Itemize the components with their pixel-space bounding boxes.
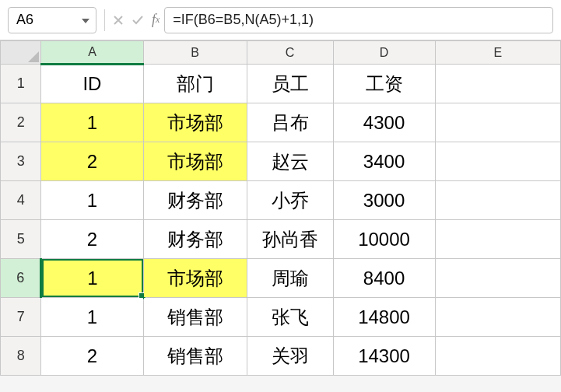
chevron-down-icon[interactable] bbox=[79, 15, 96, 26]
cell-value: 2 bbox=[41, 151, 142, 173]
cell-value: 2 bbox=[41, 345, 142, 367]
cell-value: 员工 bbox=[247, 72, 333, 96]
cell-value: 3400 bbox=[334, 151, 435, 173]
table-row: 71销售部张飞14800 bbox=[1, 298, 561, 337]
cell-D8[interactable]: 14300 bbox=[333, 337, 435, 376]
cell-value: 1 bbox=[42, 268, 142, 289]
cell-value: 部门 bbox=[144, 72, 247, 96]
cell-value: 市场部 bbox=[144, 110, 247, 135]
cell-C5[interactable]: 孙尚香 bbox=[247, 220, 333, 259]
select-all-corner[interactable] bbox=[1, 41, 41, 65]
cell-C4[interactable]: 小乔 bbox=[247, 181, 333, 220]
cell-value: ID bbox=[41, 73, 142, 95]
cell-C7[interactable]: 张飞 bbox=[247, 298, 333, 337]
formula-buttons: fx bbox=[113, 12, 160, 28]
cell-A2[interactable]: 1 bbox=[41, 103, 143, 142]
cell-D2[interactable]: 4300 bbox=[333, 103, 435, 142]
row-header-4[interactable]: 4 bbox=[1, 181, 41, 220]
cell-D7[interactable]: 14800 bbox=[333, 298, 435, 337]
cell-value: 2 bbox=[41, 229, 142, 250]
cell-B4[interactable]: 财务部 bbox=[143, 181, 247, 220]
cell-E6[interactable] bbox=[435, 259, 560, 298]
row-header-1[interactable]: 1 bbox=[1, 65, 41, 103]
cell-A7[interactable]: 1 bbox=[41, 298, 143, 337]
table-row: 61市场部周瑜8400 bbox=[1, 259, 561, 298]
cell-value: 财务部 bbox=[144, 227, 247, 252]
cell-E7[interactable] bbox=[435, 298, 560, 337]
cancel-icon[interactable] bbox=[113, 15, 124, 26]
row-header-7[interactable]: 7 bbox=[1, 298, 41, 337]
cell-A1[interactable]: ID bbox=[41, 65, 143, 103]
cell-A5[interactable]: 2 bbox=[41, 220, 143, 259]
col-header-D[interactable]: D bbox=[333, 41, 435, 65]
cell-value: 1 bbox=[41, 112, 142, 134]
cell-value: 销售部 bbox=[144, 305, 247, 330]
cell-value: 吕布 bbox=[247, 110, 333, 135]
cell-value: 14800 bbox=[334, 306, 435, 328]
cell-value: 1 bbox=[41, 190, 142, 212]
spreadsheet-grid: A B C D E 1ID部门员工工资21市场部吕布430032市场部赵云340… bbox=[0, 40, 561, 376]
cell-A4[interactable]: 1 bbox=[41, 181, 143, 220]
cell-A3[interactable]: 2 bbox=[41, 142, 143, 181]
cell-E4[interactable] bbox=[435, 181, 560, 220]
cell-C3[interactable]: 赵云 bbox=[247, 142, 333, 181]
cell-E2[interactable] bbox=[435, 103, 560, 142]
table-row: 41财务部小乔3000 bbox=[1, 181, 561, 220]
cell-A8[interactable]: 2 bbox=[41, 337, 143, 376]
row-header-2[interactable]: 2 bbox=[1, 103, 41, 142]
col-header-B[interactable]: B bbox=[143, 41, 247, 65]
cell-value: 赵云 bbox=[247, 149, 333, 174]
row-header-6[interactable]: 6 bbox=[1, 259, 41, 298]
col-header-C[interactable]: C bbox=[247, 41, 333, 65]
separator bbox=[104, 9, 105, 31]
row-header-8[interactable]: 8 bbox=[1, 337, 41, 376]
cell-value: 1 bbox=[41, 306, 142, 328]
table-row: 1ID部门员工工资 bbox=[1, 65, 561, 103]
cell-value: 销售部 bbox=[144, 344, 247, 369]
cell-B1[interactable]: 部门 bbox=[143, 65, 247, 103]
cell-D5[interactable]: 10000 bbox=[333, 220, 435, 259]
cell-value: 工资 bbox=[334, 72, 435, 96]
table-row: 32市场部赵云3400 bbox=[1, 142, 561, 181]
cell-C6[interactable]: 周瑜 bbox=[247, 259, 333, 298]
cell-value: 14300 bbox=[334, 345, 435, 367]
cell-B6[interactable]: 市场部 bbox=[143, 259, 247, 298]
table-row: 52财务部孙尚香10000 bbox=[1, 220, 561, 259]
cell-B7[interactable]: 销售部 bbox=[143, 298, 247, 337]
cell-value: 周瑜 bbox=[247, 266, 333, 291]
cell-C2[interactable]: 吕布 bbox=[247, 103, 333, 142]
cell-A6[interactable]: 1 bbox=[41, 259, 143, 298]
name-box[interactable] bbox=[9, 9, 79, 31]
row-header-5[interactable]: 5 bbox=[1, 220, 41, 259]
cell-D1[interactable]: 工资 bbox=[333, 65, 435, 103]
cell-value: 关羽 bbox=[247, 344, 333, 369]
confirm-icon[interactable] bbox=[131, 15, 144, 26]
cell-value: 孙尚香 bbox=[247, 227, 333, 252]
cell-value: 小乔 bbox=[247, 188, 333, 213]
grid-table: A B C D E 1ID部门员工工资21市场部吕布430032市场部赵云340… bbox=[0, 40, 561, 376]
cell-B3[interactable]: 市场部 bbox=[143, 142, 247, 181]
cell-value: 市场部 bbox=[144, 266, 247, 291]
cell-D3[interactable]: 3400 bbox=[333, 142, 435, 181]
formula-bar-row: fx bbox=[0, 0, 561, 40]
cell-C1[interactable]: 员工 bbox=[247, 65, 333, 103]
cell-B5[interactable]: 财务部 bbox=[143, 220, 247, 259]
cell-value: 3000 bbox=[334, 190, 435, 212]
fx-icon[interactable]: fx bbox=[152, 12, 160, 28]
cell-E3[interactable] bbox=[435, 142, 560, 181]
cell-E8[interactable] bbox=[435, 337, 560, 376]
row-header-3[interactable]: 3 bbox=[1, 142, 41, 181]
cell-D4[interactable]: 3000 bbox=[333, 181, 435, 220]
name-box-container bbox=[8, 7, 96, 33]
cell-D6[interactable]: 8400 bbox=[333, 259, 435, 298]
cell-B8[interactable]: 销售部 bbox=[143, 337, 247, 376]
cell-value: 财务部 bbox=[144, 188, 247, 213]
cell-C8[interactable]: 关羽 bbox=[247, 337, 333, 376]
formula-input[interactable] bbox=[164, 7, 553, 33]
cell-E5[interactable] bbox=[435, 220, 560, 259]
col-header-A[interactable]: A bbox=[41, 41, 143, 65]
cell-value: 张飞 bbox=[247, 305, 333, 330]
cell-E1[interactable] bbox=[435, 65, 560, 103]
col-header-E[interactable]: E bbox=[435, 41, 560, 65]
cell-B2[interactable]: 市场部 bbox=[143, 103, 247, 142]
